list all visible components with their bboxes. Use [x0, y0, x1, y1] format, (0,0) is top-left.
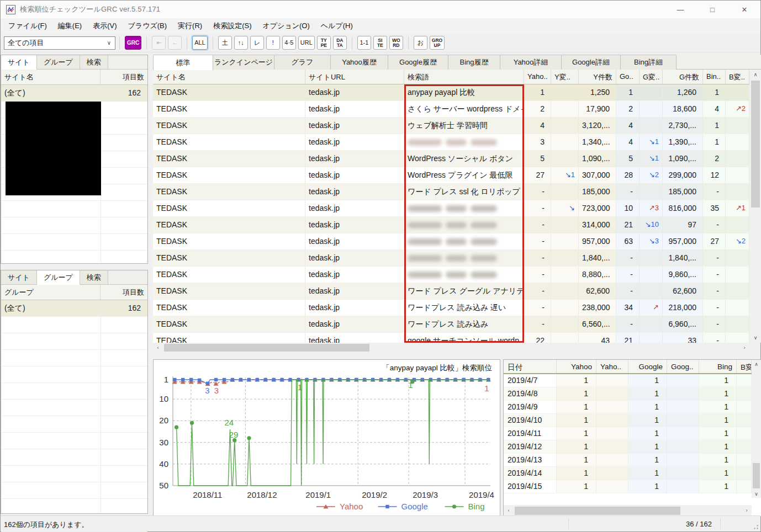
history-vscrollbar[interactable]: ∧ ∨	[752, 360, 761, 498]
history-row[interactable]: 2019/4/10111	[504, 414, 752, 427]
tab-Google詳細[interactable]: Google詳細	[561, 55, 621, 70]
column-header-Google[interactable]: Google	[628, 360, 667, 373]
table-row[interactable]: TEDASKtedask.jp31,340,...4↘11,390,...1	[153, 134, 749, 151]
toolbar-button-⇤[interactable]: ⇤	[152, 36, 166, 50]
scroll-up-icon[interactable]: ∧	[752, 360, 761, 368]
item-filter-select[interactable]: 全ての項目 ∨	[4, 36, 115, 50]
menu-item[interactable]: 実行(R)	[172, 19, 208, 33]
history-hscrollbar[interactable]: ‹ ›	[504, 505, 752, 516]
tab-Bing履歴[interactable]: Bing履歴	[448, 55, 500, 70]
side-tab-サイト[interactable]: サイト	[1, 270, 37, 284]
scroll-down-icon[interactable]: ∨	[749, 333, 761, 343]
table-row[interactable]: TEDASKtedask.jpanypay payapl 比較11,25011,…	[153, 84, 749, 101]
column-header-日付[interactable]: 日付	[504, 360, 557, 373]
history-row[interactable]: 2019/4/15111	[504, 480, 752, 493]
toolbar-button-![interactable]: !	[266, 36, 280, 50]
toolbar-button-↑↓[interactable]: ↑↓	[234, 36, 248, 50]
tab-ランクインページ[interactable]: ランクインページ	[213, 55, 274, 70]
toolbar-button-レ[interactable]: レ	[250, 36, 264, 50]
side-tab-検索[interactable]: 検索	[80, 55, 108, 69]
tab-Google履歴[interactable]: Google履歴	[388, 55, 448, 70]
list-item[interactable]: (全て)162	[1, 300, 147, 317]
toolbar-button-data[interactable]: DA TA	[333, 36, 347, 50]
resize-grip[interactable]	[752, 523, 759, 530]
toolbar-button-group[interactable]: GRO UP	[430, 36, 445, 50]
column-header-Go..[interactable]: Go..	[616, 70, 640, 84]
tab-Yahoo履歴[interactable]: Yahoo履歴	[330, 55, 388, 70]
maximize-icon[interactable]: □	[696, 1, 728, 18]
table-row[interactable]: TEDASKtedask.jpWordPress プラグイン 最低限27↘130…	[153, 167, 749, 184]
toolbar-button-type[interactable]: TY PE	[317, 36, 331, 50]
column-header-検索語[interactable]: 検索語	[404, 70, 524, 84]
column-header-サイト名[interactable]: サイト名	[153, 70, 305, 84]
side-tab-サイト[interactable]: サイト	[1, 55, 37, 70]
table-row[interactable]: TEDASKtedask.jpWordPress ソーシャル ボタン51,090…	[153, 151, 749, 167]
menu-item[interactable]: ヘルプ(H)	[315, 19, 358, 33]
scroll-up-icon[interactable]: ∧	[749, 70, 761, 79]
history-row[interactable]: 2019/4/8111	[504, 387, 752, 401]
menu-item[interactable]: ブラウズ(B)	[123, 19, 173, 33]
column-header-Y件数[interactable]: Y件数	[579, 70, 616, 84]
column-header-Y変..[interactable]: Y変..	[551, 70, 579, 84]
scroll-left-icon[interactable]: ‹	[153, 343, 163, 353]
toolbar-button-お[interactable]: お	[414, 36, 427, 50]
scroll-left-icon[interactable]: ‹	[504, 505, 514, 516]
column-header-B変..[interactable]: B変..	[737, 360, 752, 373]
menu-item[interactable]: 編集(E)	[52, 19, 87, 33]
column-header-Yaho..[interactable]: Yaho..	[524, 70, 551, 84]
history-row[interactable]: 2019/4/14111	[504, 467, 752, 480]
scroll-right-icon[interactable]: ›	[742, 505, 752, 516]
toolbar-button-url[interactable]: URL	[298, 36, 315, 50]
scroll-down-icon[interactable]: ∨	[752, 490, 761, 498]
history-row[interactable]: 2019/4/12111	[504, 440, 752, 454]
vscroll-thumb[interactable]	[753, 463, 760, 488]
history-row[interactable]: 2019/4/11111	[504, 427, 752, 440]
hscroll-thumb[interactable]	[515, 507, 680, 515]
toolbar-button-←[interactable]: ←	[168, 36, 182, 50]
side-tab-検索[interactable]: 検索	[80, 270, 108, 284]
table-vscrollbar[interactable]: ∧ ∨	[749, 70, 761, 343]
table-row[interactable]: TEDASKtedask.jpワードプレス 読み込み 遅い-238,00034↗…	[153, 300, 749, 316]
tab-Yahoo詳細[interactable]: Yahoo詳細	[500, 55, 562, 70]
column-header-Yaho..[interactable]: Yaho..	[596, 360, 628, 373]
history-row[interactable]: 2019/4/9111	[504, 401, 752, 414]
tab-グラフ[interactable]: グラフ	[274, 55, 331, 70]
table-row[interactable]: TEDASKtedask.jp-8,880,...-9,860,...-	[153, 267, 749, 283]
table-row[interactable]: TEDASKtedask.jp-↘723,00010↗3816,00035↗1	[153, 200, 749, 217]
table-row[interactable]: TEDASKtedask.jp-1,840,...-1,840,...-	[153, 250, 749, 267]
table-row[interactable]: TEDASKtedask.jpgoogle サーチコンソール wordp..22…	[153, 333, 749, 343]
history-row[interactable]: 2019/4/7111	[504, 374, 752, 387]
list-item[interactable]: (全て)162	[1, 85, 147, 102]
menu-item[interactable]: 表示(V)	[87, 19, 122, 33]
column-header-G変..[interactable]: G変..	[640, 70, 663, 84]
table-row[interactable]: TEDASKtedask.jpワードプレス 読み込み-6,560,...-6,9…	[153, 316, 749, 333]
table-row[interactable]: TEDASKtedask.jp-314,00021↘1097-	[153, 217, 749, 233]
table-row[interactable]: TEDASKtedask.jp-957,00063↘3957,00027↘2	[153, 233, 749, 250]
column-header-サイトURL[interactable]: サイトURL	[305, 70, 404, 84]
toolbar-button-site[interactable]: SI TE	[373, 36, 387, 50]
column-header-B変..[interactable]: B変..	[726, 70, 749, 84]
table-row[interactable]: TEDASKtedask.jpワード プレス ssl 化 ロリポップ-185,0…	[153, 184, 749, 200]
side-tab-グループ[interactable]: グループ	[37, 270, 80, 285]
column-header-Goog..[interactable]: Goog..	[667, 360, 699, 373]
tab-Bing詳細[interactable]: Bing詳細	[620, 55, 677, 70]
column-header-Yahoo[interactable]: Yahoo	[557, 360, 596, 373]
tab-標準[interactable]: 標準	[153, 55, 213, 70]
toolbar-button-all[interactable]: ALL	[192, 36, 208, 50]
toolbar-button-word[interactable]: WO RD	[389, 36, 403, 50]
column-header-G件数[interactable]: G件数	[663, 70, 703, 84]
menu-item[interactable]: ファイル(F)	[3, 19, 52, 33]
table-row[interactable]: TEDASKtedask.jpワード プレス グーグル アナリティク..-62,…	[153, 283, 749, 300]
vscroll-thumb[interactable]	[751, 81, 760, 208]
toolbar-button-grc[interactable]: GRC	[125, 36, 141, 50]
menu-item[interactable]: 検索設定(S)	[208, 19, 257, 33]
table-row[interactable]: TEDASKtedask.jpウェブ解析士 学習時間43,120,...42,7…	[153, 118, 749, 134]
scroll-right-icon[interactable]: ›	[739, 343, 749, 353]
close-icon[interactable]: ✕	[728, 1, 760, 18]
history-row[interactable]: 2019/4/13111	[504, 454, 752, 467]
column-header-Bing[interactable]: Bing	[699, 360, 737, 373]
hscroll-thumb[interactable]	[164, 344, 369, 352]
table-row[interactable]: TEDASKtedask.jpさくら サーバー wordpress ドメイ..2…	[153, 101, 749, 118]
toolbar-button-土[interactable]: 土	[218, 36, 232, 50]
toolbar-button-1-1[interactable]: 1-1	[357, 36, 371, 50]
